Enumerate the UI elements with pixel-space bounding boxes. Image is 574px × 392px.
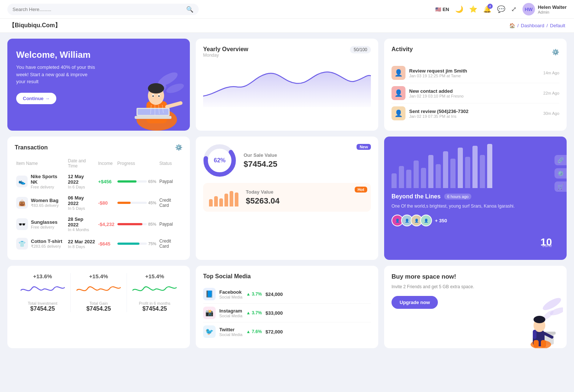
user-details: Helen Walter Admin — [538, 4, 567, 14]
social-info-1: Instagram Social Media — [219, 308, 242, 318]
social-info-2: Twitter Social Media — [219, 327, 242, 337]
activity-list: 👤 Review request jim Smith Jan 03 19 12:… — [391, 63, 559, 123]
svg-point-9 — [152, 95, 154, 97]
welcome-title: Welcome, William — [16, 50, 181, 60]
status-cell-2: Paypal — [158, 213, 183, 235]
today-value: $5263.04 — [246, 196, 280, 206]
theme-toggle-button[interactable]: 🌙 — [455, 5, 463, 13]
status-cell-0: Paypal — [158, 171, 183, 192]
transaction-settings-button[interactable]: ⚙️ — [175, 144, 183, 151]
today-info: Today Value $5263.04 — [246, 189, 280, 206]
svg-rect-29 — [541, 340, 546, 347]
item-cell-3: 👕 Cotton T-shirt ₹283.65 delivery — [15, 235, 67, 252]
progress-bar-fill-0 — [117, 180, 137, 183]
stats-card: +13.6% Total Investment $7454.25 +15.4% … — [7, 266, 190, 348]
date-sub-2: In 4 Months — [68, 227, 95, 232]
progress-bar-wrap-0 — [117, 180, 147, 183]
activity-settings-button[interactable]: ⚙️ — [552, 49, 559, 56]
yearly-progress-badge: 50/100 — [350, 46, 371, 53]
beyond-bar-chart — [391, 144, 559, 188]
svg-rect-14 — [138, 109, 169, 115]
item-name-1: Women Bag — [31, 198, 59, 203]
stat-value-1: $7454.25 — [71, 306, 126, 312]
notification-badge: 4 — [488, 4, 493, 9]
beyond-plus-count: + 350 — [435, 218, 447, 223]
act-time-2: 30m Ago — [543, 111, 559, 116]
search-bar[interactable]: 🔍 — [7, 4, 199, 15]
act-title-2: Sent review (504)236-7302 — [409, 109, 540, 114]
avatar: HW — [522, 3, 535, 15]
progress-pct-3: 75% — [148, 241, 156, 246]
beyond-icon1-button[interactable]: 🔗 — [554, 155, 567, 165]
progress-bar-wrap-3 — [117, 243, 147, 245]
sale-value-card: New 62% Our Sale Value $7454.25 Hot — [196, 137, 378, 260]
yearly-chart — [203, 63, 371, 107]
notifications-button[interactable]: 🔔 4 — [483, 5, 491, 13]
transaction-table: Item NameDate and TimeIncomeProgressStat… — [15, 156, 183, 252]
welcome-subtitle: You have completed 40% of your this week… — [16, 64, 97, 85]
breadcrumb-separator1: / — [517, 23, 519, 28]
progress-bar-wrap-2 — [117, 223, 147, 225]
social-row: 🐦 Twitter Social Media ▲ 7.6% $72,000 — [203, 322, 371, 341]
svg-rect-12 — [135, 116, 171, 119]
act-info-0: Review request jim Smith Jan 03 19 12:25… — [409, 68, 540, 78]
date-cell-0: 12 May 2022 In 6 Days — [67, 171, 97, 192]
item-cell-0: 👟 Nike Sports NK Free delivery — [15, 171, 67, 192]
item-icon-1: 👜 — [16, 197, 28, 209]
breadcrumb-bar: 【Biqubiqu.Com】 🏠 / Dashboard / Default — [0, 19, 574, 33]
breadcrumb: 🏠 / Dashboard / Default — [509, 23, 565, 28]
upgrade-button[interactable]: Upgrade now — [391, 296, 438, 309]
sale-info: Our Sale Value $7454.25 — [244, 152, 277, 169]
progress-cell-2: 85% — [116, 213, 158, 235]
svg-line-11 — [167, 103, 181, 107]
date-main-3: 22 Mar 2022 — [68, 239, 95, 244]
social-growth-1: ▲ 3.7% — [246, 310, 262, 315]
yearly-overview-card: Yearly Overview Monday 50/100 — [196, 39, 378, 131]
table-row: 👟 Nike Sports NK Free delivery 12 May 20… — [15, 171, 183, 192]
item-name-0: Nike Sports NK — [31, 174, 65, 185]
user-profile[interactable]: HW Helen Walter Admin — [522, 3, 567, 15]
act-time-1: 22m Ago — [543, 91, 559, 95]
today-bar-chart — [209, 188, 238, 206]
transaction-title: Transaction — [15, 144, 48, 151]
table-row: 👕 Cotton T-shirt ₹283.65 delivery 22 Mar… — [15, 235, 183, 252]
item-name-3: Cotton T-shirt — [31, 239, 62, 244]
breadcrumb-dashboard[interactable]: Dashboard — [521, 23, 545, 28]
social-value-0: $24,000 — [266, 292, 283, 297]
item-cell-1: 👜 Women Bag ₹83.65 delivery — [15, 192, 67, 213]
activity-title: Activity — [391, 46, 413, 53]
favorites-button[interactable]: ⭐ — [469, 5, 477, 13]
breadcrumb-home-icon: 🏠 — [509, 23, 515, 28]
activity-item: 👤 Sent review (504)236-7302 Jan 02 19 07… — [391, 103, 559, 123]
social-icon-1: 📸 — [203, 307, 216, 319]
messages-button[interactable]: 💬 — [497, 5, 505, 13]
progress-pct-0: 65% — [148, 179, 156, 184]
fullscreen-button[interactable]: ⤢ — [511, 5, 517, 13]
nav-icons: 🇺🇸 EN 🌙 ⭐ 🔔 4 💬 ⤢ HW Helen Walter Admin — [435, 3, 567, 15]
buyspace-title: Buy more space now! — [391, 273, 559, 280]
progress-pct-1: 45% — [148, 201, 156, 205]
search-input[interactable] — [13, 7, 183, 12]
social-name-1: Instagram — [219, 308, 242, 314]
wave-chart-1 — [77, 279, 121, 298]
continue-button[interactable]: Continue → — [16, 93, 56, 104]
act-avatar-1: 👤 — [391, 86, 405, 100]
social-info-0: Facebook Social Media — [219, 289, 242, 299]
beyond-icon2-button[interactable]: ⚙️ — [554, 168, 567, 179]
progress-cell-0: 65% — [116, 171, 158, 192]
progress-bar-fill-1 — [117, 202, 131, 204]
stat-pct-2: +15.4% — [127, 273, 183, 279]
social-value-1: $33,000 — [266, 310, 283, 316]
svg-point-10 — [158, 95, 160, 97]
progress-pct-2: 85% — [148, 222, 156, 226]
stat-item-0: +13.6% Total Investment $7454.25 — [15, 273, 70, 312]
beyond-header: Beyond the Lines 6 hours ago — [391, 193, 559, 200]
beyond-icon3-button[interactable]: 🛒 — [554, 181, 567, 192]
language-selector[interactable]: 🇺🇸 EN — [435, 7, 449, 12]
social-row: 📸 Instagram Social Media ▲ 3.7% $33,000 — [203, 304, 371, 322]
search-icon: 🔍 — [186, 6, 194, 13]
item-icon-2: 🕶️ — [16, 218, 28, 230]
item-name-2: Sunglasses — [31, 219, 57, 225]
svg-rect-28 — [534, 340, 539, 347]
item-sub-2: Free delivery — [31, 225, 57, 229]
